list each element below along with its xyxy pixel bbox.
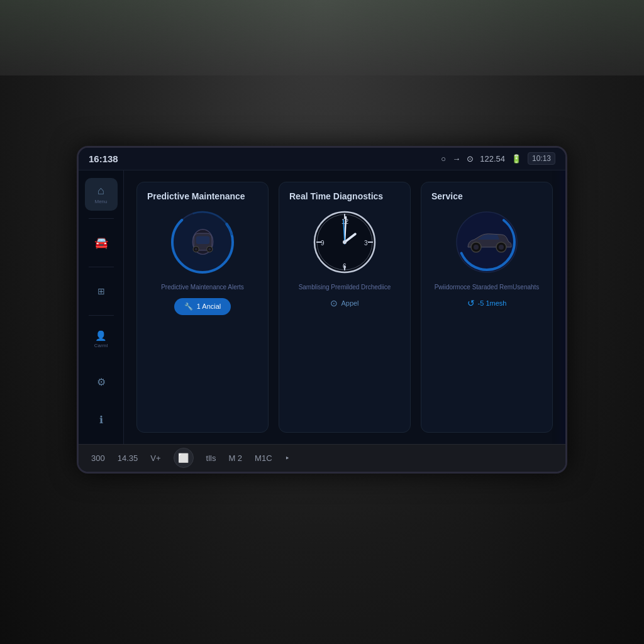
card-desc-service: Pwiidormoce Staraded RemUsenahts: [435, 283, 540, 292]
service-action-link[interactable]: ↺ -5 1mesh: [467, 298, 507, 308]
diagnostics-link-icon: ⊙: [330, 298, 338, 308]
predictive-car-icon: [186, 228, 220, 256]
card-title-predictive: Predictive Maintenance: [147, 191, 245, 201]
home-icon: ⌂: [97, 184, 104, 197]
svg-text:9: 9: [321, 240, 325, 247]
svg-point-27: [474, 245, 479, 250]
main-area: ⌂ Menu 🚘 ⊞ 👤 Carml ⚙: [79, 170, 565, 444]
predictive-visual: [168, 208, 237, 277]
diagnostics-action-link[interactable]: ⊙ Appel: [330, 298, 358, 308]
card-title-service: Service: [431, 191, 463, 201]
clock-badge: 10:13: [528, 152, 555, 165]
bottom-label-300: 300: [91, 453, 105, 463]
bottom-label-tlls: tlls: [206, 453, 216, 463]
bottom-val4[interactable]: M 2: [228, 453, 242, 463]
svg-rect-5: [196, 236, 209, 245]
bottom-label-1435: 14.35: [118, 453, 138, 463]
icon2: →: [452, 154, 460, 164]
service-card: Service: [421, 182, 553, 433]
service-link-label: -5 1mesh: [478, 299, 507, 307]
svg-point-8: [194, 248, 197, 251]
sidebar-item-info[interactable]: ℹ: [85, 404, 118, 436]
sidebar-divider-1: [89, 218, 114, 219]
clock-svg: 12 3 6 9: [310, 208, 379, 277]
bottom-val5[interactable]: M1C: [255, 453, 272, 463]
sidebar-item-home[interactable]: ⌂ Menu: [85, 178, 118, 211]
sidebar: ⌂ Menu 🚘 ⊞ 👤 Carml ⚙: [79, 170, 124, 444]
diagnostics-link-label: Appel: [341, 299, 358, 307]
grid-icon: ⊞: [97, 286, 105, 296]
cards-row: Predictive Maintenance: [136, 182, 553, 433]
sidebar-label-user: Carml: [94, 343, 108, 348]
info-icon: ℹ: [99, 414, 103, 426]
service-arc-svg: [452, 208, 521, 277]
sidebar-divider-3: [89, 315, 114, 316]
infotainment-screen-wrapper: 16:138 ○ → ⊙ 122.54 🔋 10:13 ⌂ Menu 🚘: [77, 146, 567, 474]
sidebar-divider-2: [89, 267, 114, 267]
bottom-bar: 300 14.35 V+ ⬜ tlls M 2 M1C: [79, 444, 565, 472]
sidebar-item-user[interactable]: 👤 Carml: [85, 323, 118, 356]
svg-text:6: 6: [343, 263, 347, 270]
car-icon: 🚘: [94, 236, 108, 250]
bottom-val2[interactable]: 14.35: [118, 453, 138, 463]
diagnostics-card: Real Time Diagnostics: [279, 182, 411, 433]
bottom-label-vol: V+: [150, 453, 160, 463]
sidebar-item-car[interactable]: 🚘: [85, 226, 118, 259]
predictive-maintenance-card: Predictive Maintenance: [136, 182, 269, 433]
settings-icon: ⚙: [97, 376, 106, 388]
status-bar: 16:138 ○ → ⊙ 122.54 🔋 10:13: [79, 148, 565, 170]
sidebar-item-grid[interactable]: ⊞: [85, 275, 118, 308]
bottom-controls: 300 14.35 V+ ⬜ tlls M 2 M1C: [91, 448, 290, 468]
svg-point-9: [208, 248, 211, 251]
status-right: ○ → ⊙ 122.54 🔋 10:13: [441, 152, 555, 165]
infotainment-screen: 16:138 ○ → ⊙ 122.54 🔋 10:13 ⌂ Menu 🚘: [77, 146, 567, 474]
clock-visual: 12 3 6 9: [310, 208, 379, 277]
bottom-label-m2: M 2: [228, 453, 242, 463]
battery-icon: 🔋: [511, 154, 521, 164]
sidebar-item-settings[interactable]: ⚙: [85, 366, 118, 399]
center-btn-icon: ⬜: [178, 453, 189, 463]
car-top-svg: [186, 228, 220, 256]
bottom-val1[interactable]: 300: [91, 453, 105, 463]
service-link-icon: ↺: [467, 298, 475, 308]
icon1: ○: [441, 154, 446, 164]
content-area: Predictive Maintenance: [124, 170, 565, 444]
card-desc-predictive: Predictive Maintenance Alerts: [161, 283, 244, 292]
bottom-arrow[interactable]: ‣: [285, 453, 290, 463]
card-title-diagnostics: Real Time Diagnostics: [289, 191, 383, 201]
svg-text:3: 3: [364, 240, 368, 247]
predictive-action-button[interactable]: 🔧 1 Ancial: [174, 298, 231, 315]
svg-point-23: [343, 240, 347, 244]
predictive-btn-label: 1 Ancial: [197, 303, 221, 310]
bottom-arrow-icon: ‣: [285, 453, 290, 463]
bottom-center-button[interactable]: ⬜: [174, 448, 194, 468]
card-desc-diagnostics: Samblising Premilded Drchediice: [299, 283, 391, 292]
bottom-vol[interactable]: V+: [150, 453, 160, 463]
svg-point-29: [499, 245, 504, 250]
status-time: 16:138: [89, 153, 118, 164]
user-icon: 👤: [95, 330, 107, 341]
bottom-label-m1c: M1C: [255, 453, 272, 463]
sidebar-label-home: Menu: [94, 199, 107, 204]
bottom-val3[interactable]: tlls: [206, 453, 216, 463]
service-visual: [452, 208, 521, 277]
icon3: ⊙: [467, 154, 474, 164]
predictive-btn-icon: 🔧: [184, 303, 193, 311]
battery-value: 122.54: [480, 154, 505, 164]
